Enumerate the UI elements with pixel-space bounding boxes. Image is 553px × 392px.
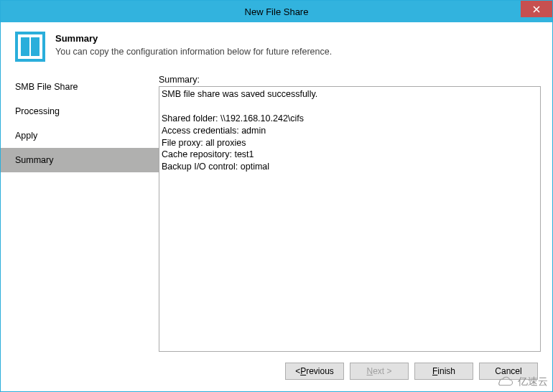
sidebar-item-label: Processing: [15, 106, 60, 116]
cancel-button[interactable]: Cancel: [479, 363, 538, 380]
main-panel: Summary: SMB file share was saved succes…: [159, 75, 552, 352]
page-title: Summary: [55, 33, 332, 44]
sidebar-item-summary[interactable]: Summary: [1, 148, 159, 172]
sidebar-item-label: Apply: [15, 131, 37, 141]
finish-suffix: inish: [437, 366, 455, 376]
finish-hotkey: F: [432, 366, 437, 376]
previous-suffix: revious: [306, 366, 334, 376]
page-subtitle: You can copy the configuration informati…: [55, 47, 332, 57]
window-title: New File Share: [245, 6, 309, 17]
sidebar-item-label: SMB File Share: [15, 82, 78, 92]
next-button: Next >: [350, 363, 409, 380]
sidebar-item-apply[interactable]: Apply: [1, 123, 159, 148]
close-icon: [533, 6, 540, 13]
sidebar-item-smb-file-share[interactable]: SMB File Share: [1, 75, 159, 99]
titlebar: New File Share: [1, 1, 552, 22]
close-button[interactable]: [521, 1, 552, 17]
finish-button[interactable]: Finish: [414, 363, 473, 380]
sidebar-item-label: Summary: [15, 155, 53, 165]
wizard-steps-sidebar: SMB File Share Processing Apply Summary: [1, 75, 159, 352]
next-suffix: ext >: [373, 366, 391, 376]
summary-label: Summary:: [159, 75, 541, 85]
next-hotkey: N: [366, 366, 373, 376]
previous-hotkey: P: [300, 366, 306, 376]
wizard-footer: < Previous Next > Finish Cancel: [1, 352, 552, 391]
file-share-icon: [15, 32, 45, 62]
previous-button[interactable]: < Previous: [285, 363, 344, 380]
previous-prefix: <: [295, 366, 300, 376]
wizard-header: Summary You can copy the configuration i…: [1, 22, 552, 75]
sidebar-item-processing[interactable]: Processing: [1, 99, 159, 123]
summary-textarea[interactable]: SMB file share was saved successfully. S…: [159, 86, 541, 352]
content: SMB File Share Processing Apply Summary …: [1, 75, 552, 352]
cancel-label: Cancel: [495, 366, 521, 376]
wizard-window: New File Share Summary You can copy the …: [0, 0, 553, 392]
